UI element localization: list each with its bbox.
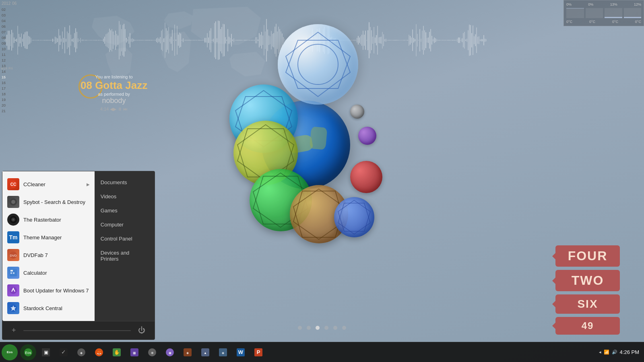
cpu-stats-row: 0% 0% 13% 12% [566,2,641,7]
link-devices-printers[interactable]: Devices and Printers [95,246,155,266]
svg-rect-25 [13,272,14,274]
svg-text:✋: ✋ [114,349,120,355]
app-item-ccleaner[interactable]: CC CCleaner ▶ [2,175,95,193]
taskbar-icon-7[interactable]: ▦ [126,344,142,360]
svg-point-19 [12,219,14,220]
seconds-block: SIX [555,294,620,314]
calculator-icon [7,267,19,279]
app-item-dvdfab[interactable]: DVD DVDFab 7 [2,246,95,264]
temp-stats-row: 0°C 0°C 0°C 0°C [566,19,641,24]
svg-marker-12 [338,203,370,234]
boot-updater-icon [7,284,19,296]
app-item-spybot[interactable]: Spybot - Search & Destroy [2,193,95,211]
orb-purple [358,127,376,145]
app-item-stardock[interactable]: Stardock Central [2,299,95,317]
dot-5[interactable] [333,326,337,330]
taskbar-icon-6[interactable]: ✋ [109,344,125,360]
svg-text:Eos: Eos [25,351,31,355]
cpu-bars [566,8,641,18]
stardock-icon [7,302,19,314]
spybot-icon [7,196,19,208]
add-button[interactable]: + [8,325,19,336]
start-label: Eos [7,350,13,354]
taskbar-icon-9[interactable]: ◉ [162,344,178,360]
dot-indicators [298,326,346,330]
song-title: 08 Gotta Jazz [80,79,147,92]
clock-widget: FOUR TWO SIX 49 [555,245,620,338]
taskbar-icon-2[interactable]: ▣ [38,344,54,360]
taskbar-icon-8[interactable]: ⊕ [144,344,160,360]
minutes-block: TWO [555,270,620,291]
app-item-boot-updater[interactable]: Boot Updater for Windows 7 [2,282,95,299]
svg-text:◈: ◈ [186,351,189,355]
taskbar-icon-14[interactable]: P [250,344,266,360]
app-item-calculator[interactable]: Calculator [2,264,95,282]
dot-4[interactable] [324,326,328,330]
taskbar-icon-3[interactable]: ✓ [56,344,72,360]
app-item-theme-manager[interactable]: Tm Theme Manager [2,228,95,246]
orbs-container [141,12,503,294]
svg-point-2 [298,44,338,84]
start-menu: CC CCleaner ▶ Spybot - Search & Destroy [2,171,155,340]
calculator-label: Calculator [23,270,47,276]
svg-text:◉: ◉ [169,351,171,355]
svg-marker-11 [338,200,370,231]
svg-text:✓: ✓ [61,349,66,355]
performed-by-text: as performed by [80,92,147,97]
taskbar-icon-5[interactable]: 🦊 [91,344,107,360]
tray-volume[interactable]: 🔊 [612,350,617,355]
rasterbator-label: The Rasterbator [23,217,61,223]
svg-text:W: W [238,349,244,355]
tray-time: 4:26 PM [620,349,639,355]
svg-text:▦: ▦ [133,351,136,355]
dot-2[interactable] [307,326,311,330]
app-item-rasterbator[interactable]: The Rasterbator [2,211,95,228]
dot-6[interactable] [342,326,346,330]
tray-network: 📶 [604,350,609,355]
taskbar-icon-1[interactable]: Eos [20,344,36,360]
svg-text:🦊: 🦊 [97,350,102,355]
orb-grey [350,105,364,119]
system-tray: ◂ 📶 🔊 4:26 PM [599,349,642,355]
music-player: You are listening to 08 Gotta Jazz as pe… [80,74,147,112]
svg-rect-23 [10,270,13,272]
svg-text:CC: CC [10,182,16,187]
listening-text: You are listening to [80,74,147,79]
desktop: 2012 06 020304060708 091011121314 15 161… [0,0,644,362]
orb-red [350,161,382,193]
svg-text:▲: ▲ [204,351,207,355]
link-computer[interactable]: Computer [95,218,155,232]
taskbar-icon-10[interactable]: ◈ [180,344,196,360]
taskbar-icon-11[interactable]: ▲ [197,344,213,360]
power-button[interactable]: ⏻ [135,325,149,336]
apps-panel: CC CCleaner ▶ Spybot - Search & Destroy [2,171,95,321]
dot-1[interactable] [298,326,302,330]
theme-manager-icon: Tm [7,231,19,243]
link-videos[interactable]: Videos [95,189,155,204]
rasterbator-icon [7,214,19,226]
orb-small-blue [334,197,374,237]
start-button[interactable]: Eos [2,344,18,360]
theme-manager-label: Theme Manager [23,234,62,241]
player-controls: 4:14 ◀▶ ⏸ ⏭ [80,107,147,112]
stats-panel: 0% 0% 13% 12% 0°C 0°C 0°C 0°C [564,0,644,26]
dvdfab-label: DVDFab 7 [23,252,48,258]
link-control-panel[interactable]: Control Panel [95,232,155,246]
tray-hide[interactable]: ◂ [599,350,601,355]
taskbar-icon-4[interactable]: ◈ [73,344,89,360]
spybot-label: Spybot - Search & Destroy [23,199,85,205]
svg-text:DVD: DVD [10,254,17,257]
svg-point-16 [11,200,15,204]
link-documents[interactable]: Documents [95,175,155,189]
boot-updater-label: Boot Updater for Windows 7 [23,288,89,294]
ccleaner-label: CCleaner [23,181,45,187]
svg-text:◈: ◈ [222,351,225,355]
stardock-label: Stardock Central [23,305,62,311]
svg-text:⊕: ⊕ [151,351,154,355]
taskbar-icon-12[interactable]: ◈ [215,344,231,360]
taskbar-icon-13[interactable]: W [233,344,249,360]
svg-rect-24 [10,272,12,274]
link-games[interactable]: Games [95,204,155,218]
svg-text:◈: ◈ [80,351,83,355]
dot-3[interactable] [316,326,320,330]
